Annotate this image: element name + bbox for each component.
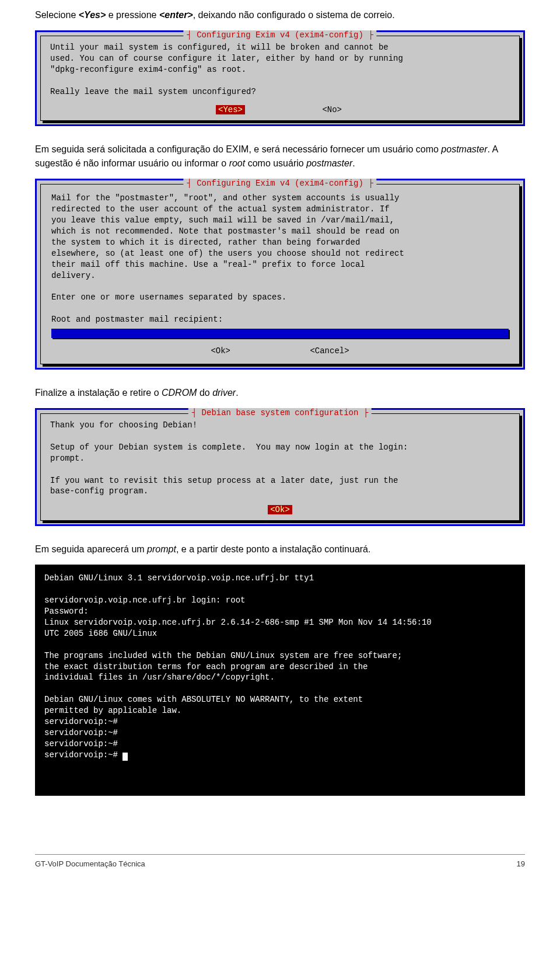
cancel-button[interactable]: <Cancel>: [307, 346, 351, 356]
text-yes: <Yes>: [79, 10, 106, 20]
ok-button[interactable]: <Ok>: [268, 505, 292, 514]
text: , e a partir deste ponto a instalação co…: [176, 544, 371, 554]
text: Selecione: [35, 10, 79, 20]
text: Em seguida será solicitada a configuraçã…: [35, 144, 441, 154]
text-postmaster: postmaster: [441, 144, 487, 154]
dialog-title: ┤ Configuring Exim v4 (exim4-config) ├: [183, 30, 376, 40]
no-button[interactable]: <No>: [320, 105, 344, 114]
yes-button[interactable]: <Yes>: [216, 105, 245, 114]
text: Finalize a instalação e retire o: [35, 388, 162, 398]
footer-title: GT-VoIP Documentação Técnica: [35, 859, 145, 868]
terminal-text: Debian GNU/Linux 3.1 servidorvoip.voip.n…: [44, 573, 432, 759]
page-number: 19: [517, 859, 525, 868]
recipient-input[interactable]: [51, 329, 509, 338]
cursor-icon: [123, 753, 128, 761]
dialog-body: Thank you for choosing Debian! Setup of …: [50, 420, 510, 497]
paragraph-exim-config: Em seguida será solicitada a configuraçã…: [35, 142, 525, 170]
paragraph-prompt: Em seguida aparecerá um prompt, e a part…: [35, 542, 525, 556]
paragraph-select-yes: Selecione <Yes> e pressione <enter>, dei…: [35, 8, 525, 22]
text: .: [236, 388, 238, 398]
dialog-body: Until your mail system is configured, it…: [50, 42, 510, 97]
dialog-exim-confirm: ┤ Configuring Exim v4 (exim4-config) ├ U…: [35, 30, 525, 126]
dialog-base-config: ┤ Debian base system configuration ├ Tha…: [35, 408, 525, 526]
text-root: root: [229, 158, 246, 168]
page-footer: GT-VoIP Documentação Técnica 19: [35, 854, 525, 880]
text-enter: <enter>: [159, 10, 193, 20]
dialog-title: ┤ Configuring Exim v4 (exim4-config) ├: [183, 179, 376, 188]
terminal-output: Debian GNU/Linux 3.1 servidorvoip.voip.n…: [35, 565, 525, 795]
text-postmaster2: postmaster: [306, 158, 352, 168]
text: como usuário: [245, 158, 306, 168]
text-prompt: prompt: [147, 544, 176, 554]
text: e pressione: [106, 10, 159, 20]
text: Em seguida aparecerá um: [35, 544, 147, 554]
text-driver: driver: [212, 388, 236, 398]
text: .: [352, 158, 355, 168]
dialog-title: ┤ Debian base system configuration ├: [188, 408, 372, 417]
text: do: [197, 388, 212, 398]
dialog-body: Mail for the "postmaster", "root", and o…: [51, 193, 509, 325]
text-cdrom: CDROM: [162, 388, 197, 398]
dialog-exim-recipient: ┤ Configuring Exim v4 (exim4-config) ├ M…: [35, 179, 525, 370]
ok-button[interactable]: <Ok>: [208, 346, 233, 356]
text: , deixando não configurado o sistema de …: [193, 10, 395, 20]
paragraph-finalize: Finalize a instalação e retire o CDROM d…: [35, 386, 525, 400]
